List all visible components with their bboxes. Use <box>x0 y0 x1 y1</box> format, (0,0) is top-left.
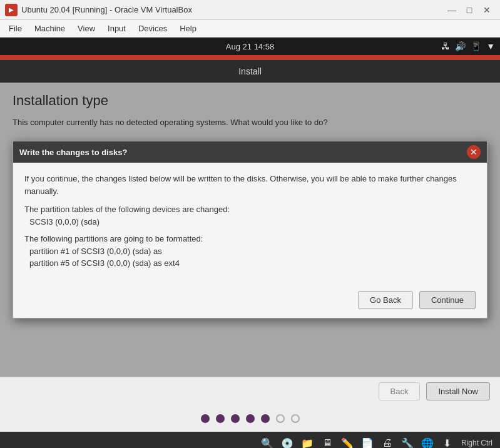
write-changes-dialog: Write the changes to disks? ✕ If you con… <box>13 141 487 318</box>
taskbar-icon-9[interactable]: 🌐 <box>419 434 436 448</box>
go-back-button[interactable]: Go Back <box>358 291 413 309</box>
title-bar: Ubuntu 20.04 [Running] - Oracle VM Virtu… <box>0 0 500 20</box>
vm-datetime: Aug 21 14:58 <box>226 42 274 51</box>
device-name-1: SCSI3 (0,0,0) (sda) <box>29 217 99 227</box>
partition-info-1: The partition tables of the following de… <box>24 203 476 228</box>
minimize-button[interactable]: — <box>444 3 460 17</box>
dot-2 <box>216 414 225 423</box>
taskbar-icon-10[interactable]: ⬇ <box>439 434 456 448</box>
dialog-close-button[interactable]: ✕ <box>467 145 481 159</box>
taskbar-icon-8[interactable]: 🔧 <box>399 434 416 448</box>
taskbar-icon-3[interactable]: 📁 <box>298 434 316 448</box>
dot-3 <box>231 414 240 423</box>
menu-input[interactable]: Input <box>101 21 132 36</box>
menu-bar: File Machine View Input Devices Help <box>0 20 500 38</box>
install-footer: Back Install Now <box>0 377 500 405</box>
dot-1 <box>201 414 210 423</box>
window-title: Ubuntu 20.04 [Running] - Oracle VM Virtu… <box>21 5 192 14</box>
title-bar-controls: — □ ✕ <box>444 3 495 17</box>
dialog-body-text3: The following partitions are going to be… <box>24 234 203 243</box>
taskbar: 🔍 💿 📁 🖥 ✏️ 📄 🖨 🔧 🌐 ⬇ Right Ctrl <box>0 432 500 448</box>
right-ctrl-label: Right Ctrl <box>459 439 495 447</box>
installer-header: Install <box>0 60 500 83</box>
dot-5 <box>261 414 270 423</box>
dialog-body-text2: The partition tables of the following de… <box>24 205 230 214</box>
audio-icon: 🔊 <box>455 41 466 51</box>
red-accent-bar <box>0 55 500 60</box>
partition-2: partition #5 of SCSI3 (0,0,0) (sda) as e… <box>29 258 180 268</box>
taskbar-icon-4[interactable]: 🖥 <box>319 434 336 448</box>
dialog-body: If you continue, the changes listed belo… <box>13 163 487 285</box>
taskbar-icon-1[interactable]: 🔍 <box>258 434 276 448</box>
partition-1: partition #1 of SCSI3 (0,0,0) (sda) as <box>29 247 162 256</box>
progress-dots <box>0 405 500 432</box>
menu-file[interactable]: File <box>3 21 28 36</box>
installer-header-title: Install <box>238 66 262 76</box>
dot-4 <box>246 414 255 423</box>
usb-icon: 📱 <box>471 41 481 51</box>
dialog-overlay: Write the changes to disks? ✕ If you con… <box>0 83 500 377</box>
continue-button[interactable]: Continue <box>419 291 476 309</box>
dialog-title-bar: Write the changes to disks? ✕ <box>13 141 487 163</box>
vm-status-bar: Aug 21 14:58 🖧 🔊 📱 ▼ <box>0 38 500 55</box>
virtualbox-icon <box>5 4 18 16</box>
title-bar-left: Ubuntu 20.04 [Running] - Oracle VM Virtu… <box>5 4 192 16</box>
close-button[interactable]: ✕ <box>479 3 495 17</box>
menu-help[interactable]: Help <box>173 21 203 36</box>
dot-6 <box>276 414 285 423</box>
menu-view[interactable]: View <box>71 21 101 36</box>
taskbar-icon-6[interactable]: 📄 <box>359 434 376 448</box>
install-now-button[interactable]: Install Now <box>426 382 490 400</box>
back-button[interactable]: Back <box>379 382 421 400</box>
taskbar-icon-5[interactable]: ✏️ <box>339 434 356 448</box>
settings-icon: ▼ <box>486 41 495 51</box>
taskbar-icon-2[interactable]: 💿 <box>278 434 296 448</box>
network-icon: 🖧 <box>441 41 450 51</box>
maximize-button[interactable]: □ <box>461 3 477 17</box>
taskbar-icon-7[interactable]: 🖨 <box>379 434 396 448</box>
dialog-body-text1: If you continue, the changes listed belo… <box>24 173 476 197</box>
dot-7 <box>291 414 300 423</box>
menu-machine[interactable]: Machine <box>28 21 71 36</box>
dialog-actions: Go Back Continue <box>13 285 487 318</box>
menu-devices[interactable]: Devices <box>132 21 173 36</box>
dialog-title: Write the changes to disks? <box>19 148 127 157</box>
partition-info-2: The following partitions are going to be… <box>24 233 476 270</box>
vm-status-right: 🖧 🔊 📱 ▼ <box>441 41 495 51</box>
install-area: Installation type This computer currentl… <box>0 83 500 377</box>
